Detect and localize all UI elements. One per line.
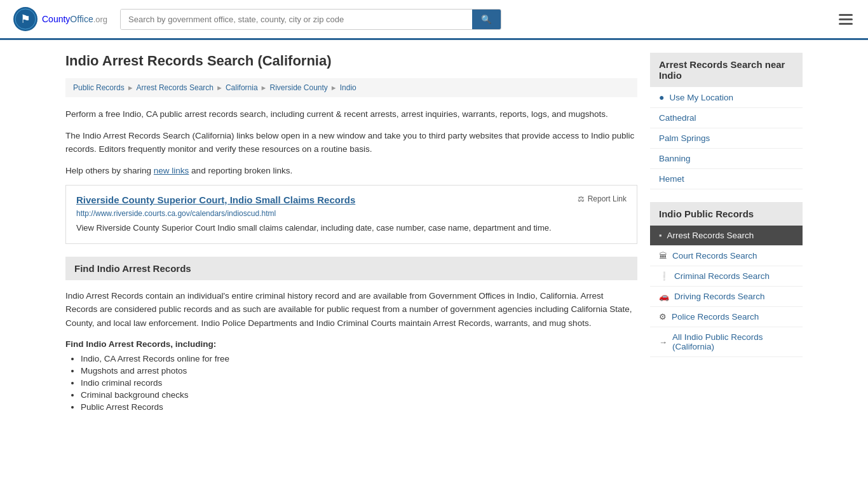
find-subheader: Find Indio Arrest Records, including: (65, 339, 637, 349)
nearby-title: Arrest Records Search near Indio (650, 53, 803, 87)
logo-icon: ⚑ (13, 6, 38, 32)
report-icon: ⚖ (578, 194, 585, 203)
record-card-title[interactable]: Riverside County Superior Court, Indio S… (76, 194, 355, 205)
breadcrumb-sep-1: ► (127, 84, 134, 92)
sidebar-pr-link-police[interactable]: Police Records Search (672, 312, 759, 322)
list-item: Public Arrest Records (81, 402, 637, 412)
driving-icon: 🚗 (659, 292, 669, 301)
record-card-header: Riverside County Superior Court, Indio S… (76, 194, 627, 205)
sidebar-pr-item-criminal[interactable]: ❕ Criminal Records Search (650, 266, 803, 287)
logo-text: CountyOffice.org (42, 14, 107, 24)
breadcrumb-link-california[interactable]: California (226, 83, 258, 92)
search-button[interactable]: 🔍 (472, 10, 501, 29)
description-1: Perform a free Indio, CA public arrest r… (65, 107, 637, 121)
page-title: Indio Arrest Records Search (California) (65, 53, 637, 69)
sidebar-pr-item-arrest[interactable]: ▪ Arrest Records Search (650, 226, 803, 246)
sidebar-nearby: Arrest Records Search near Indio ● Use M… (650, 53, 803, 189)
sidebar-item-hemet[interactable]: Hemet (650, 169, 803, 189)
breadcrumb-link-riverside[interactable]: Riverside County (269, 83, 327, 92)
use-my-location-link[interactable]: Use My Location (669, 93, 733, 102)
find-section: Find Indio Arrest Records Indio Arrest R… (65, 257, 637, 412)
record-url[interactable]: http://www.riverside.courts.ca.gov/calen… (76, 209, 627, 218)
sidebar-pr-link-arrest[interactable]: Arrest Records Search (667, 231, 754, 240)
sidebar-pr-item-driving[interactable]: 🚗 Driving Records Search (650, 287, 803, 307)
logo-link[interactable]: ⚑ CountyOffice.org (13, 6, 107, 32)
new-links-link[interactable]: new links (154, 166, 189, 175)
find-section-header: Find Indio Arrest Records (65, 257, 637, 280)
sidebar-link-cathedral[interactable]: Cathedral (659, 113, 696, 123)
breadcrumb-link-arrest-records[interactable]: Arrest Records Search (137, 83, 214, 92)
sidebar-link-hemet[interactable]: Hemet (659, 174, 684, 184)
sidebar-pr-link-court[interactable]: Court Records Search (672, 251, 757, 261)
sidebar-link-palm-springs[interactable]: Palm Springs (659, 133, 710, 143)
breadcrumb-link-public-records[interactable]: Public Records (73, 83, 125, 92)
main-container: Indio Arrest Records Search (California)… (53, 40, 815, 427)
sidebar: Arrest Records Search near Indio ● Use M… (650, 53, 803, 414)
court-icon: 🏛 (659, 251, 667, 261)
sidebar-public-records: Indio Public Records ▪ Arrest Records Se… (650, 202, 803, 357)
list-item: Mugshots and arrest photos (81, 366, 637, 376)
police-icon: ⚙ (659, 312, 667, 322)
sidebar-item-banning[interactable]: Banning (650, 149, 803, 169)
sidebar-pr-link-all[interactable]: All Indio Public Records (California) (672, 332, 794, 351)
sidebar-link-banning[interactable]: Banning (659, 154, 691, 163)
breadcrumb-sep-4: ► (330, 84, 337, 92)
record-desc: View Riverside County Superior Court Ind… (76, 222, 627, 234)
breadcrumb-link-indio[interactable]: Indio (340, 83, 356, 92)
find-list: Indio, CA Arrest Records online for free… (65, 354, 637, 412)
sidebar-pr-link-driving[interactable]: Driving Records Search (674, 292, 765, 301)
list-item: Indio criminal records (81, 378, 637, 388)
svg-text:⚑: ⚑ (20, 13, 31, 25)
all-records-icon: → (659, 337, 667, 347)
site-header: ⚑ CountyOffice.org 🔍 (0, 0, 868, 40)
list-item: Criminal background checks (81, 390, 637, 400)
sidebar-pr-item-all[interactable]: → All Indio Public Records (California) (650, 327, 803, 357)
arrest-icon: ▪ (659, 231, 662, 240)
location-icon: ● (659, 92, 664, 102)
list-item: Indio, CA Arrest Records online for free (81, 354, 637, 363)
record-card: Riverside County Superior Court, Indio S… (65, 185, 637, 244)
public-records-title: Indio Public Records (650, 202, 803, 226)
hamburger-icon (839, 14, 853, 25)
search-icon: 🔍 (481, 15, 492, 24)
find-section-body: Indio Arrest Records contain an individu… (65, 289, 637, 330)
sidebar-item-palm-springs[interactable]: Palm Springs (650, 128, 803, 149)
breadcrumb-sep-2: ► (216, 84, 223, 92)
sidebar-pr-link-criminal[interactable]: Criminal Records Search (674, 271, 770, 281)
search-input[interactable] (121, 10, 472, 29)
criminal-icon: ❕ (659, 271, 669, 281)
breadcrumb-sep-3: ► (261, 84, 268, 92)
sidebar-pr-item-police[interactable]: ⚙ Police Records Search (650, 307, 803, 327)
report-link[interactable]: ⚖ Report Link (578, 194, 627, 203)
content-area: Indio Arrest Records Search (California)… (65, 53, 637, 414)
sidebar-item-cathedral[interactable]: Cathedral (650, 108, 803, 128)
sidebar-pr-item-court[interactable]: 🏛 Court Records Search (650, 246, 803, 266)
hamburger-button[interactable] (836, 11, 855, 27)
use-my-location[interactable]: ● Use My Location (650, 87, 803, 108)
breadcrumb: Public Records ► Arrest Records Search ►… (65, 78, 637, 97)
search-bar: 🔍 (120, 9, 501, 30)
description-2: The Indio Arrest Records Search (Califor… (65, 129, 637, 156)
description-3: Help others by sharing new links and rep… (65, 164, 637, 178)
